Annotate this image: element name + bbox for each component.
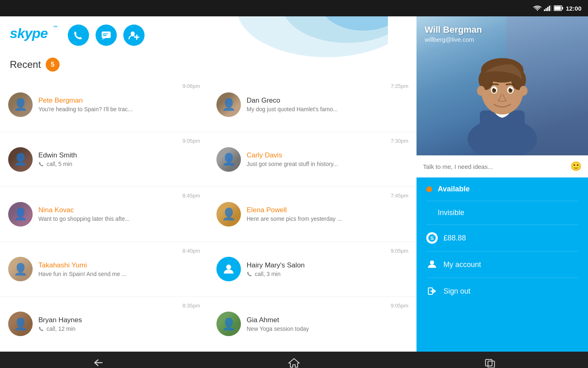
profile-email: willberg@live.com <box>425 36 580 43</box>
svg-text:skype: skype <box>10 25 48 41</box>
wifi-icon <box>533 5 541 11</box>
conversation-item-elena[interactable]: 👤 Elena Powell Here are some pics from y… <box>208 187 416 242</box>
conv-info-elena: Elena Powell Here are some pics from yes… <box>247 206 385 222</box>
svg-point-37 <box>510 99 518 104</box>
conv-preview-gia: New Yoga session today <box>247 325 385 332</box>
conv-info-dan: Dan Greco My dog just quoted Hamlet's fa… <box>247 96 385 112</box>
conv-info-taka: Takahashi Yumi Have fun in Spain! And se… <box>38 261 177 277</box>
conv-name-edwin: Edwin Smith <box>38 151 177 159</box>
conversation-item-nina[interactable]: 👤 Nina Kovac Want to go shopping later t… <box>0 187 208 242</box>
conv-preview-carly: Just got some great stuff in history... <box>247 161 385 167</box>
conversation-item-taka[interactable]: 👤 Takahashi Yumi Have fun in Spain! And … <box>0 242 208 297</box>
conversations-list: 👤 Pete Bergman You're heading to Spain? … <box>0 77 416 352</box>
call-button[interactable] <box>68 25 89 46</box>
left-panel: skype ™ <box>0 16 416 352</box>
conv-time-carly: 7:30pm <box>391 137 408 144</box>
call-info-hairy: call, 3 min <box>247 271 385 277</box>
conversation-item-hairy[interactable]: Hairy Mary's Salon call, 3 min 9:05pm <box>208 242 416 297</box>
conv-name-pete: Pete Bergman <box>38 96 177 105</box>
conversation-item-bryan[interactable]: 👤 Bryan Haynes call, 12 min 8:35pm <box>0 297 208 352</box>
sign-out-label: Sign out <box>443 287 470 296</box>
recent-apps-button[interactable] <box>476 355 504 368</box>
conv-preview-elena: Here are some pics from yesterday ... <box>247 215 385 222</box>
add-contact-button[interactable] <box>123 25 145 46</box>
avatar-gia: 👤 <box>216 312 241 336</box>
conversation-item-dan[interactable]: 👤 Dan Greco My dog just quoted Hamlet's … <box>208 77 416 132</box>
avatar-hairy <box>216 257 241 281</box>
avatar-bryan: 👤 <box>8 312 33 336</box>
invisible-status-item[interactable]: Invisible <box>416 201 588 224</box>
svg-text:S: S <box>430 235 434 241</box>
svg-rect-0 <box>544 9 545 11</box>
conv-time-nina: 8:45pm <box>183 192 200 199</box>
my-account-item[interactable]: My account <box>416 251 588 278</box>
svg-point-35 <box>511 88 512 90</box>
signal-icon <box>544 5 551 11</box>
status-section: Available Invisible S £88.88 <box>416 177 588 304</box>
available-dot <box>426 186 432 192</box>
call-info-bryan: call, 12 min <box>38 325 177 332</box>
conv-time-dan: 7:25pm <box>391 82 408 89</box>
right-panel: Will Bergman willberg@live.com <box>416 16 588 352</box>
svg-rect-16 <box>103 35 107 36</box>
recent-label: Recent <box>10 59 41 70</box>
invisible-label: Invisible <box>438 209 464 217</box>
svg-point-36 <box>487 99 495 104</box>
recent-header: Recent 5 <box>0 54 416 77</box>
conv-time-bryan: 8:35pm <box>183 302 200 309</box>
conv-info-nina: Nina Kovac Want to go shopping later thi… <box>38 206 177 222</box>
conv-info-bryan: Bryan Haynes call, 12 min <box>38 316 177 332</box>
conversation-item-edwin[interactable]: 👤 Edwin Smith call, 5 min 9:05pm <box>0 132 208 187</box>
svg-rect-3 <box>549 6 550 11</box>
skype-logo: skype ™ <box>8 23 61 47</box>
conversation-item-carly[interactable]: 👤 Carly Davis Just got some great stuff … <box>208 132 416 187</box>
mood-text-input[interactable] <box>423 163 566 170</box>
conv-time-hairy: 9:05pm <box>391 247 408 254</box>
call-info-edwin: call, 5 min <box>38 161 177 167</box>
available-status-item[interactable]: Available <box>416 177 588 201</box>
my-account-label: My account <box>443 260 481 269</box>
conv-info-edwin: Edwin Smith call, 5 min <box>38 151 177 167</box>
svg-marker-14 <box>102 38 106 40</box>
conv-time-pete: 9:06pm <box>183 82 200 89</box>
message-button[interactable] <box>96 25 117 46</box>
credits-label: £88.88 <box>443 234 466 242</box>
svg-point-39 <box>519 86 528 96</box>
toolbar: skype ™ <box>0 16 416 54</box>
battery-icon <box>554 5 564 11</box>
conv-info-pete: Pete Bergman You're heading to Spain? I'… <box>38 96 177 112</box>
home-button[interactable] <box>280 354 308 368</box>
conv-preview-pete: You're heading to Spain? I'll be trac... <box>38 106 177 112</box>
svg-point-34 <box>494 88 496 90</box>
skype-coin-icon: S <box>426 232 438 244</box>
avatar-nina: 👤 <box>8 202 33 227</box>
conv-time-elena: 7:45pm <box>391 192 408 199</box>
conv-name-dan: Dan Greco <box>247 96 385 105</box>
svg-rect-6 <box>562 7 563 9</box>
svg-point-20 <box>226 265 231 269</box>
mood-input-area[interactable]: 🙂 <box>416 155 588 177</box>
svg-point-30 <box>492 88 496 93</box>
profile-photo-area: Will Bergman willberg@live.com <box>416 16 588 155</box>
avatar-taka: 👤 <box>8 257 33 281</box>
nav-bar <box>0 352 588 368</box>
back-button[interactable] <box>84 355 112 368</box>
conv-name-nina: Nina Kovac <box>38 206 177 214</box>
conv-preview-bryan: call, 12 min <box>47 325 76 332</box>
svg-point-31 <box>508 88 512 93</box>
status-icons: 12:00 <box>533 5 581 12</box>
conv-time-gia: 9:05pm <box>391 302 408 309</box>
conversation-item-pete[interactable]: 👤 Pete Bergman You're heading to Spain? … <box>0 77 208 132</box>
conv-name-taka: Takahashi Yumi <box>38 261 177 269</box>
conv-name-gia: Gia Ahmet <box>247 316 385 324</box>
sign-out-item[interactable]: Sign out <box>416 278 588 304</box>
svg-rect-46 <box>488 361 494 368</box>
conversation-item-gia[interactable]: 👤 Gia Ahmet New Yoga session today 9:05p… <box>208 297 416 352</box>
profile-name: Will Bergman <box>425 25 580 35</box>
credits-item[interactable]: S £88.88 <box>416 225 588 251</box>
svg-point-17 <box>131 31 135 36</box>
svg-point-38 <box>477 86 485 96</box>
conv-name-bryan: Bryan Haynes <box>38 316 177 324</box>
emoji-icon: 🙂 <box>570 161 581 172</box>
conv-time-taka: 8:40pm <box>183 247 200 254</box>
